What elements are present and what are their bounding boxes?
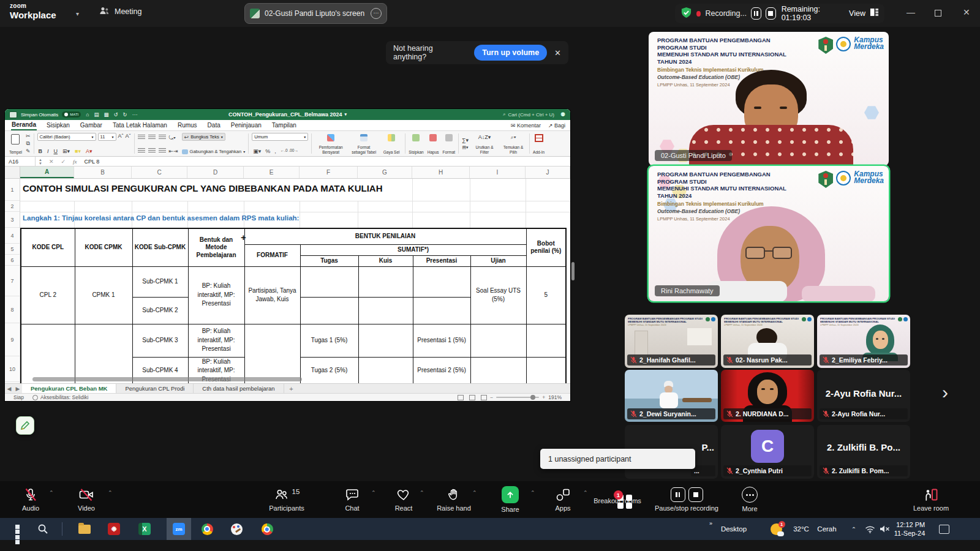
autosum-button[interactable]: ∑▾▤▾: [460, 132, 470, 155]
pause-stop-recording-button[interactable]: Pause/stop recording: [641, 481, 733, 518]
zoom-app-active[interactable]: zm: [167, 518, 191, 540]
spreadsheet-grid[interactable]: 1 2 3 4 5 6 7 8 9 10 CONTOH SIMULASI PEN…: [5, 179, 570, 383]
video-button[interactable]: Video: [59, 481, 114, 518]
zoom-out-icon[interactable]: −: [490, 394, 493, 400]
file-explorer-icon[interactable]: [74, 518, 96, 540]
indent-icons[interactable]: ⇤⇥: [169, 148, 178, 154]
weather-icon[interactable]: 1: [767, 518, 785, 540]
maximize-button[interactable]: [935, 9, 941, 18]
menu-tab-tampilan[interactable]: Tampilan: [271, 121, 297, 130]
layout-view-icon[interactable]: [469, 395, 475, 400]
menu-tab-beranda[interactable]: Beranda: [11, 120, 37, 130]
column-header-d[interactable]: D: [187, 167, 244, 178]
weather-desc-label[interactable]: Cerah: [812, 518, 842, 540]
decimal-icons[interactable]: ←.0 .00→: [281, 148, 298, 154]
column-header-e[interactable]: E: [244, 167, 300, 178]
chrome-icon[interactable]: [196, 518, 218, 540]
menu-tab-peninjauan[interactable]: Peninjauan: [230, 121, 262, 130]
chrome-profile-icon[interactable]: [256, 518, 278, 540]
zoom-level[interactable]: 191%: [548, 394, 562, 400]
vertical-scrollbar-thumb[interactable]: [571, 262, 575, 280]
increase-font-icon[interactable]: Aˆ: [118, 133, 124, 141]
video-tile[interactable]: C 2_Cynthia Putri: [721, 425, 814, 479]
column-header-f[interactable]: F: [300, 167, 358, 178]
underline-button[interactable]: U: [54, 148, 58, 154]
turn-up-volume-button[interactable]: Turn up volume: [474, 45, 547, 61]
cancel-icon[interactable]: ✕: [49, 159, 54, 165]
print-icon[interactable]: ▩: [104, 111, 108, 118]
merge-center-button[interactable]: Gabungkan & Tengahkan▾: [182, 149, 246, 154]
align-center-icon[interactable]: [148, 148, 156, 154]
zoom-in-icon[interactable]: +: [542, 394, 545, 400]
fill-color-button[interactable]: ■▾: [75, 148, 81, 154]
column-header-i[interactable]: I: [470, 167, 526, 178]
add-sheet-button[interactable]: +: [284, 384, 299, 393]
show-hidden-icons[interactable]: ⌃: [846, 518, 861, 540]
close-icon[interactable]: ✕: [554, 48, 561, 58]
action-center-icon[interactable]: [935, 518, 953, 540]
wrap-text-button[interactable]: ↩Bungkus Teks▾: [182, 133, 225, 141]
name-box-spinner[interactable]: ▲▼: [39, 158, 42, 165]
align-right-icon[interactable]: [159, 148, 166, 154]
clock[interactable]: 12:12 PM 11-Sep-24: [889, 518, 930, 540]
account-icon[interactable]: ⚉: [560, 111, 565, 118]
clipboard-small-icons[interactable]: ✂⧉✎: [24, 132, 32, 155]
conditional-formatting-button[interactable]: Pemformatan Bersyarat: [313, 132, 349, 155]
sheet-tab-active[interactable]: Pengukuran CPL Beban MK: [22, 384, 116, 393]
video-tile-main-speaker[interactable]: PROGRAM BANTUAN PENGEMBANGAN PROGRAM STU…: [649, 32, 889, 166]
video-tile-active-speaker[interactable]: PROGRAM BANTUAN PENGEMBANGAN PROGRAM STU…: [649, 166, 889, 301]
shared-screen-tab[interactable]: 02-Gusti Pandi Liputo's screen ⋯: [244, 3, 387, 24]
menu-tab-gambar[interactable]: Gambar: [80, 121, 103, 130]
column-header-b[interactable]: B: [74, 167, 132, 178]
italic-button[interactable]: I: [47, 148, 49, 154]
comma-icon[interactable]: ,: [274, 148, 276, 154]
column-header-c[interactable]: C: [132, 167, 187, 178]
video-tile[interactable]: 2_Dewi Suryanin...: [625, 370, 718, 422]
sheet-next-icon[interactable]: ▶: [13, 384, 22, 393]
sheet-tab-3[interactable]: Cth data hasil pembelajaran: [194, 384, 284, 393]
chevron-up-icon[interactable]: ⌃: [108, 490, 113, 496]
participants-button[interactable]: 15 Participants: [253, 481, 320, 518]
align-bottom-icon[interactable]: [159, 135, 166, 140]
sheet-prev-icon[interactable]: ◀: [5, 384, 13, 393]
minimize-button[interactable]: —: [907, 7, 915, 17]
align-left-icon[interactable]: [138, 148, 145, 154]
temperature-label[interactable]: 32°C: [788, 518, 815, 540]
view-button[interactable]: View: [849, 9, 865, 18]
video-tile[interactable]: PROGRAM BANTUAN PENGEMBANGAN PROGRAM STU…: [721, 315, 814, 368]
annotation-pencil-tool[interactable]: [16, 416, 34, 435]
gallery-view-icon[interactable]: [870, 8, 879, 19]
enter-icon[interactable]: ✓: [61, 159, 66, 165]
zoom-slider[interactable]: [496, 397, 539, 398]
next-page-chevron[interactable]: ›: [942, 382, 948, 403]
number-format-select[interactable]: Umum▾: [252, 133, 308, 141]
column-header-j[interactable]: J: [526, 167, 570, 178]
format-cells-button[interactable]: Format: [441, 132, 458, 155]
align-middle-icon[interactable]: [148, 135, 156, 140]
chevron-up-icon[interactable]: ⌃: [530, 490, 535, 496]
pagebreak-view-icon[interactable]: [481, 395, 487, 400]
find-select-button[interactable]: ⌕▾ Temukan & Pilih: [499, 132, 528, 155]
chevron-down-icon[interactable]: ▾: [76, 10, 79, 17]
delete-cells-button[interactable]: Hapus: [426, 132, 441, 155]
chevron-up-icon[interactable]: ⌃: [371, 490, 376, 496]
decrease-font-icon[interactable]: Aˇ: [126, 133, 131, 141]
comment-button[interactable]: ✉ Komentar: [511, 122, 541, 129]
font-size-select[interactable]: 11▾: [98, 133, 116, 141]
network-icon[interactable]: [862, 518, 877, 540]
menu-tab-rumus[interactable]: Rumus: [177, 121, 198, 130]
audio-button[interactable]: Audio: [3, 481, 58, 518]
chat-button[interactable]: Chat: [325, 481, 380, 518]
video-tile[interactable]: 2. Zulkifli B. Po... 2. Zulkifli B. Pom.…: [817, 425, 910, 479]
close-button[interactable]: ✕: [963, 7, 970, 17]
assessment-table[interactable]: KODE CPL KODE CPMK KODE Sub-CPMK Bentuk …: [20, 228, 567, 383]
column-header-h[interactable]: H: [412, 167, 470, 178]
insert-cells-button[interactable]: Sisipkan: [407, 132, 426, 155]
percent-icon[interactable]: %: [265, 148, 270, 154]
video-tile[interactable]: 2-Ayu Rofia Nur... 2-Ayu Rofia Nur...: [817, 370, 910, 422]
pause-recording-button[interactable]: [751, 7, 761, 20]
apps-button[interactable]: Apps: [535, 481, 590, 518]
chevron-up-icon[interactable]: ⌃: [420, 490, 424, 496]
excel-icon[interactable]: X: [134, 518, 156, 540]
orientation-icon[interactable]: ⤿▾: [169, 135, 176, 141]
